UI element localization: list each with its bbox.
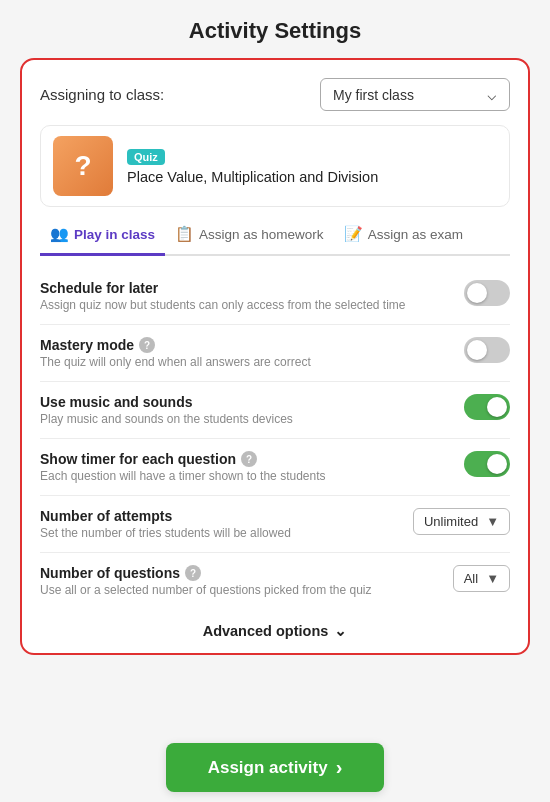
footer: Assign activity › bbox=[0, 725, 550, 802]
class-dropdown-value: My first class bbox=[333, 87, 414, 103]
setting-row-show-timer: Show timer for each question ? Each ques… bbox=[40, 439, 510, 496]
toggle-use-music[interactable] bbox=[464, 394, 510, 420]
setting-row-num-attempts: Number of attempts Set the number of tri… bbox=[40, 496, 510, 553]
toggle-schedule-later[interactable] bbox=[464, 280, 510, 306]
toggle-show-timer[interactable] bbox=[464, 451, 510, 477]
play-in-class-icon: 👥 bbox=[50, 225, 69, 243]
question-mark-icon: ? bbox=[74, 150, 91, 182]
setting-info-schedule-later: Schedule for later Assign quiz now but s… bbox=[40, 280, 464, 312]
chevron-down-icon: ⌵ bbox=[487, 85, 497, 104]
setting-title-num-questions: Number of questions ? bbox=[40, 565, 437, 581]
assign-exam-icon: 📝 bbox=[344, 225, 363, 243]
setting-desc-num-attempts: Set the number of tries students will be… bbox=[40, 526, 397, 540]
page-title: Activity Settings bbox=[189, 18, 361, 44]
advanced-options-row[interactable]: Advanced options ⌄ bbox=[40, 609, 510, 643]
assign-activity-button[interactable]: Assign activity › bbox=[166, 743, 385, 792]
setting-row-schedule-later: Schedule for later Assign quiz now but s… bbox=[40, 268, 510, 325]
setting-title-mastery-mode: Mastery mode ? bbox=[40, 337, 448, 353]
assign-class-label: Assigning to class: bbox=[40, 86, 164, 103]
advanced-options-chevron-icon: ⌄ bbox=[334, 623, 347, 639]
tab-play-in-class-label: Play in class bbox=[74, 227, 155, 242]
setting-info-mastery-mode: Mastery mode ? The quiz will only end wh… bbox=[40, 337, 464, 369]
tab-play-in-class[interactable]: 👥 Play in class bbox=[40, 217, 165, 256]
activity-thumbnail: ? bbox=[53, 136, 113, 196]
tabs-row: 👥 Play in class 📋 Assign as homework 📝 A… bbox=[40, 217, 510, 256]
setting-info-num-attempts: Number of attempts Set the number of tri… bbox=[40, 508, 413, 540]
assign-activity-arrow-icon: › bbox=[336, 756, 343, 779]
advanced-options-label: Advanced options bbox=[203, 623, 329, 639]
tab-assign-homework[interactable]: 📋 Assign as homework bbox=[165, 217, 334, 256]
class-dropdown[interactable]: My first class ⌵ bbox=[320, 78, 510, 111]
setting-desc-mastery-mode: The quiz will only end when all answers … bbox=[40, 355, 448, 369]
setting-info-use-music: Use music and sounds Play music and soun… bbox=[40, 394, 464, 426]
tab-assign-exam[interactable]: 📝 Assign as exam bbox=[334, 217, 473, 256]
assign-class-row: Assigning to class: My first class ⌵ bbox=[40, 78, 510, 111]
setting-info-show-timer: Show timer for each question ? Each ques… bbox=[40, 451, 464, 483]
tab-assign-exam-label: Assign as exam bbox=[368, 227, 463, 242]
activity-info-box: ? Quiz Place Value, Multiplication and D… bbox=[40, 125, 510, 207]
setting-title-schedule-later: Schedule for later bbox=[40, 280, 448, 296]
setting-title-use-music: Use music and sounds bbox=[40, 394, 448, 410]
num-attempts-value: Unlimited bbox=[424, 514, 478, 529]
setting-row-mastery-mode: Mastery mode ? The quiz will only end wh… bbox=[40, 325, 510, 382]
num-questions-select[interactable]: All ▼ bbox=[453, 565, 510, 592]
setting-info-num-questions: Number of questions ? Use all or a selec… bbox=[40, 565, 453, 597]
num-questions-help-icon[interactable]: ? bbox=[185, 565, 201, 581]
setting-row-num-questions: Number of questions ? Use all or a selec… bbox=[40, 553, 510, 609]
setting-desc-show-timer: Each question will have a timer shown to… bbox=[40, 469, 448, 483]
num-questions-arrow-icon: ▼ bbox=[486, 571, 499, 586]
num-attempts-select[interactable]: Unlimited ▼ bbox=[413, 508, 510, 535]
mastery-mode-help-icon[interactable]: ? bbox=[139, 337, 155, 353]
setting-title-num-attempts: Number of attempts bbox=[40, 508, 397, 524]
num-questions-value: All bbox=[464, 571, 478, 586]
tab-assign-homework-label: Assign as homework bbox=[199, 227, 324, 242]
num-attempts-arrow-icon: ▼ bbox=[486, 514, 499, 529]
setting-desc-num-questions: Use all or a selected number of question… bbox=[40, 583, 437, 597]
setting-title-show-timer: Show timer for each question ? bbox=[40, 451, 448, 467]
toggle-mastery-mode[interactable] bbox=[464, 337, 510, 363]
assign-activity-label: Assign activity bbox=[208, 758, 328, 778]
setting-row-use-music: Use music and sounds Play music and soun… bbox=[40, 382, 510, 439]
quiz-badge: Quiz bbox=[127, 149, 165, 165]
assign-homework-icon: 📋 bbox=[175, 225, 194, 243]
setting-desc-use-music: Play music and sounds on the students de… bbox=[40, 412, 448, 426]
activity-details: Quiz Place Value, Multiplication and Div… bbox=[127, 147, 378, 185]
show-timer-help-icon[interactable]: ? bbox=[241, 451, 257, 467]
settings-card: Assigning to class: My first class ⌵ ? Q… bbox=[20, 58, 530, 655]
activity-title: Place Value, Multiplication and Division bbox=[127, 169, 378, 185]
setting-desc-schedule-later: Assign quiz now but students can only ac… bbox=[40, 298, 448, 312]
